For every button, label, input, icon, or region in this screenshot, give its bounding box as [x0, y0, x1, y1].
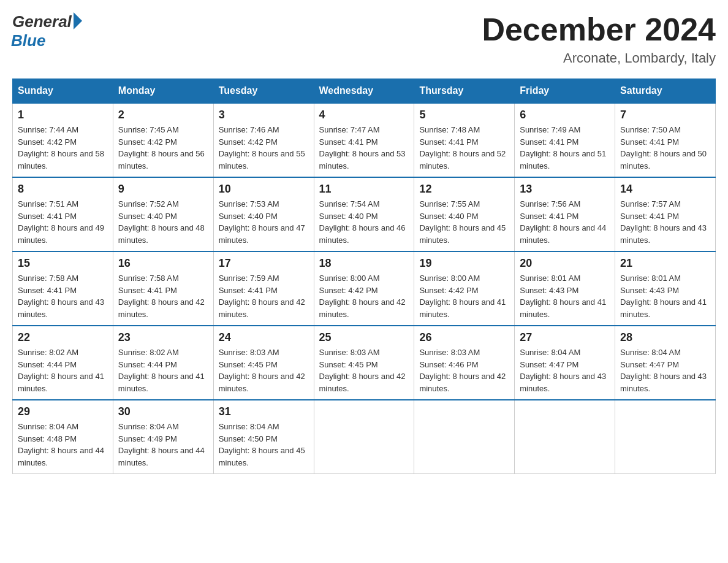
column-header-tuesday: Tuesday	[213, 79, 314, 104]
day-number: 17	[219, 257, 309, 270]
day-info: Sunrise: 7:58 AM Sunset: 4:41 PM Dayligh…	[18, 272, 108, 320]
calendar-cell: 27 Sunrise: 8:04 AM Sunset: 4:47 PM Dayl…	[515, 326, 615, 400]
day-info: Sunrise: 8:02 AM Sunset: 4:44 PM Dayligh…	[18, 347, 108, 394]
calendar-cell: 16 Sunrise: 7:58 AM Sunset: 4:41 PM Dayl…	[113, 251, 213, 326]
calendar-cell: 18 Sunrise: 8:00 AM Sunset: 4:42 PM Dayl…	[314, 251, 414, 326]
column-header-monday: Monday	[113, 79, 213, 104]
day-info: Sunrise: 8:00 AM Sunset: 4:42 PM Dayligh…	[419, 272, 509, 320]
day-info: Sunrise: 8:04 AM Sunset: 4:49 PM Dayligh…	[118, 421, 208, 469]
calendar-cell: 24 Sunrise: 8:03 AM Sunset: 4:45 PM Dayl…	[213, 326, 314, 400]
column-header-thursday: Thursday	[414, 79, 515, 104]
day-info: Sunrise: 8:04 AM Sunset: 4:50 PM Dayligh…	[219, 421, 309, 469]
title-section: December 2024 Arconate, Lombardy, Italy	[482, 12, 716, 66]
day-number: 4	[319, 109, 409, 121]
logo-arrow-icon	[74, 12, 82, 29]
day-info: Sunrise: 7:55 AM Sunset: 4:40 PM Dayligh…	[419, 198, 509, 246]
day-number: 1	[18, 109, 108, 121]
day-number: 5	[419, 109, 509, 121]
calendar-cell: 21 Sunrise: 8:01 AM Sunset: 4:43 PM Dayl…	[615, 251, 716, 326]
day-info: Sunrise: 7:58 AM Sunset: 4:41 PM Dayligh…	[118, 272, 208, 320]
day-info: Sunrise: 8:03 AM Sunset: 4:46 PM Dayligh…	[419, 347, 509, 394]
column-header-saturday: Saturday	[615, 79, 716, 104]
calendar-cell: 23 Sunrise: 8:02 AM Sunset: 4:44 PM Dayl…	[113, 326, 213, 400]
calendar-cell: 12 Sunrise: 7:55 AM Sunset: 4:40 PM Dayl…	[414, 177, 515, 251]
day-info: Sunrise: 7:54 AM Sunset: 4:40 PM Dayligh…	[319, 198, 409, 246]
calendar-cell: 28 Sunrise: 8:04 AM Sunset: 4:47 PM Dayl…	[615, 326, 716, 400]
location: Arconate, Lombardy, Italy	[482, 50, 716, 66]
day-info: Sunrise: 7:49 AM Sunset: 4:41 PM Dayligh…	[520, 124, 610, 172]
day-info: Sunrise: 8:04 AM Sunset: 4:47 PM Dayligh…	[520, 347, 610, 394]
day-info: Sunrise: 7:57 AM Sunset: 4:41 PM Dayligh…	[620, 198, 710, 246]
day-info: Sunrise: 8:03 AM Sunset: 4:45 PM Dayligh…	[219, 347, 309, 394]
day-number: 9	[118, 183, 208, 196]
day-info: Sunrise: 7:53 AM Sunset: 4:40 PM Dayligh…	[219, 198, 309, 246]
day-info: Sunrise: 7:52 AM Sunset: 4:40 PM Dayligh…	[118, 198, 208, 246]
day-number: 26	[419, 331, 509, 344]
calendar-cell: 8 Sunrise: 7:51 AM Sunset: 4:41 PM Dayli…	[13, 177, 113, 251]
page-header: General Blue December 2024 Arconate, Lom…	[12, 12, 716, 66]
day-info: Sunrise: 8:04 AM Sunset: 4:48 PM Dayligh…	[18, 421, 108, 469]
calendar-cell: 15 Sunrise: 7:58 AM Sunset: 4:41 PM Dayl…	[13, 251, 113, 326]
calendar-table: SundayMondayTuesdayWednesdayThursdayFrid…	[12, 79, 716, 474]
calendar-cell	[314, 400, 414, 474]
calendar-cell: 17 Sunrise: 7:59 AM Sunset: 4:41 PM Dayl…	[213, 251, 314, 326]
day-info: Sunrise: 7:59 AM Sunset: 4:41 PM Dayligh…	[219, 272, 309, 320]
day-number: 19	[419, 257, 509, 270]
calendar-cell: 9 Sunrise: 7:52 AM Sunset: 4:40 PM Dayli…	[113, 177, 213, 251]
calendar-cell	[414, 400, 515, 474]
day-number: 8	[18, 183, 108, 196]
calendar-cell: 13 Sunrise: 7:56 AM Sunset: 4:41 PM Dayl…	[515, 177, 615, 251]
day-info: Sunrise: 7:48 AM Sunset: 4:41 PM Dayligh…	[419, 124, 509, 172]
calendar-cell: 3 Sunrise: 7:46 AM Sunset: 4:42 PM Dayli…	[213, 103, 314, 177]
calendar-cell: 10 Sunrise: 7:53 AM Sunset: 4:40 PM Dayl…	[213, 177, 314, 251]
day-number: 12	[419, 183, 509, 196]
calendar-cell: 30 Sunrise: 8:04 AM Sunset: 4:49 PM Dayl…	[113, 400, 213, 474]
calendar-cell	[615, 400, 716, 474]
day-number: 21	[620, 257, 710, 270]
day-number: 27	[520, 331, 610, 344]
day-info: Sunrise: 8:02 AM Sunset: 4:44 PM Dayligh…	[118, 347, 208, 394]
calendar-week-row: 8 Sunrise: 7:51 AM Sunset: 4:41 PM Dayli…	[13, 177, 716, 251]
day-number: 6	[520, 109, 610, 121]
day-number: 16	[118, 257, 208, 270]
day-info: Sunrise: 7:50 AM Sunset: 4:41 PM Dayligh…	[620, 124, 710, 172]
calendar-cell: 1 Sunrise: 7:44 AM Sunset: 4:42 PM Dayli…	[13, 103, 113, 177]
calendar-week-row: 29 Sunrise: 8:04 AM Sunset: 4:48 PM Dayl…	[13, 400, 716, 474]
column-header-sunday: Sunday	[13, 79, 113, 104]
day-number: 13	[520, 183, 610, 196]
day-number: 30	[118, 405, 208, 418]
calendar-cell: 11 Sunrise: 7:54 AM Sunset: 4:40 PM Dayl…	[314, 177, 414, 251]
day-number: 15	[18, 257, 108, 270]
day-info: Sunrise: 8:00 AM Sunset: 4:42 PM Dayligh…	[319, 272, 409, 320]
calendar-week-row: 22 Sunrise: 8:02 AM Sunset: 4:44 PM Dayl…	[13, 326, 716, 400]
calendar-cell: 5 Sunrise: 7:48 AM Sunset: 4:41 PM Dayli…	[414, 103, 515, 177]
day-info: Sunrise: 8:01 AM Sunset: 4:43 PM Dayligh…	[620, 272, 710, 320]
calendar-week-row: 1 Sunrise: 7:44 AM Sunset: 4:42 PM Dayli…	[13, 103, 716, 177]
calendar-cell	[515, 400, 615, 474]
calendar-cell: 2 Sunrise: 7:45 AM Sunset: 4:42 PM Dayli…	[113, 103, 213, 177]
day-number: 28	[620, 331, 710, 344]
calendar-cell: 7 Sunrise: 7:50 AM Sunset: 4:41 PM Dayli…	[615, 103, 716, 177]
day-number: 3	[219, 109, 309, 121]
day-number: 25	[319, 331, 409, 344]
calendar-cell: 20 Sunrise: 8:01 AM Sunset: 4:43 PM Dayl…	[515, 251, 615, 326]
day-number: 22	[18, 331, 108, 344]
day-info: Sunrise: 8:03 AM Sunset: 4:45 PM Dayligh…	[319, 347, 409, 394]
day-info: Sunrise: 7:51 AM Sunset: 4:41 PM Dayligh…	[18, 198, 108, 246]
day-number: 18	[319, 257, 409, 270]
day-number: 10	[219, 183, 309, 196]
day-info: Sunrise: 8:04 AM Sunset: 4:47 PM Dayligh…	[620, 347, 710, 394]
calendar-cell: 31 Sunrise: 8:04 AM Sunset: 4:50 PM Dayl…	[213, 400, 314, 474]
calendar-cell: 22 Sunrise: 8:02 AM Sunset: 4:44 PM Dayl…	[13, 326, 113, 400]
calendar-week-row: 15 Sunrise: 7:58 AM Sunset: 4:41 PM Dayl…	[13, 251, 716, 326]
day-info: Sunrise: 7:45 AM Sunset: 4:42 PM Dayligh…	[118, 124, 208, 172]
day-number: 31	[219, 405, 309, 418]
calendar-cell: 25 Sunrise: 8:03 AM Sunset: 4:45 PM Dayl…	[314, 326, 414, 400]
column-header-wednesday: Wednesday	[314, 79, 414, 104]
day-number: 24	[219, 331, 309, 344]
calendar-header-row: SundayMondayTuesdayWednesdayThursdayFrid…	[13, 79, 716, 104]
day-number: 23	[118, 331, 208, 344]
day-info: Sunrise: 7:47 AM Sunset: 4:41 PM Dayligh…	[319, 124, 409, 172]
calendar-cell: 19 Sunrise: 8:00 AM Sunset: 4:42 PM Dayl…	[414, 251, 515, 326]
day-info: Sunrise: 8:01 AM Sunset: 4:43 PM Dayligh…	[520, 272, 610, 320]
